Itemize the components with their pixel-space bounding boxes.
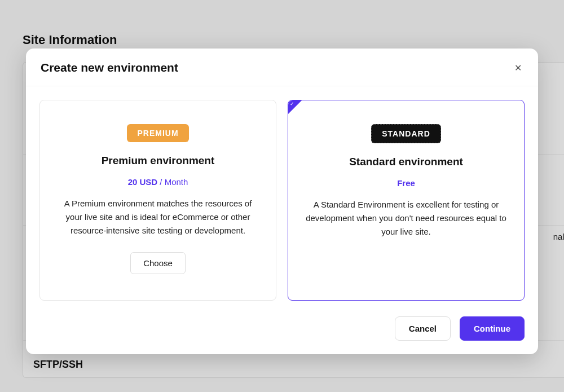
modal-body: PREMIUM Premium environment 20 USD / Mon… [26,86,538,301]
standard-description: A Standard Environment is excellent for … [304,198,508,239]
premium-badge: PREMIUM [127,124,188,142]
choose-premium-button[interactable]: Choose [130,252,186,274]
continue-button[interactable]: Continue [460,316,525,341]
modal-footer: Cancel Continue [26,301,538,354]
check-icon: ✓ [290,102,294,107]
standard-badge: STANDARD [371,124,441,143]
create-environment-modal: Create new environment ✕ PREMIUM Premium… [26,49,538,354]
modal-title: Create new environment [41,61,178,74]
standard-plan-title: Standard environment [304,156,508,168]
premium-price-period: / Month [160,177,188,187]
premium-price-amount: 20 USD [128,177,158,187]
premium-plan-title: Premium environment [56,155,260,167]
close-icon: ✕ [514,63,522,73]
premium-price: 20 USD / Month [56,177,260,187]
plan-card-standard[interactable]: ✓ STANDARD Standard environment Free A S… [288,100,525,301]
modal-header: Create new environment ✕ [26,49,538,86]
cancel-button[interactable]: Cancel [395,316,451,341]
premium-description: A Premium environment matches the resour… [56,197,260,237]
close-button[interactable]: ✕ [512,62,523,73]
standard-price-free: Free [304,178,508,188]
plan-card-premium[interactable]: PREMIUM Premium environment 20 USD / Mon… [39,100,276,301]
